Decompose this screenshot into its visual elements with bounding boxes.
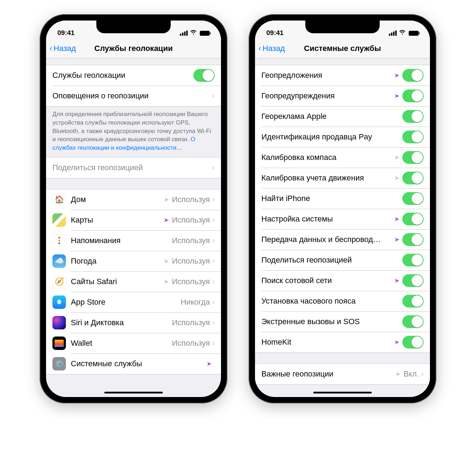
chevron-right-icon: › xyxy=(212,339,215,348)
phone-location-services: 09:41 ‹ Назад Службы геолокации Службы г… xyxy=(40,14,227,403)
home-indicator[interactable] xyxy=(104,392,163,393)
location-arrow-icon: ➤ xyxy=(206,360,212,368)
toggle-switch[interactable] xyxy=(402,131,424,143)
service-label: Поделиться геопозицией xyxy=(261,255,402,265)
phone-system-services: 09:41 ‹ Назад Системные службы Геопредло… xyxy=(249,14,436,403)
cell-system-service[interactable]: Геопредложения ➤ xyxy=(255,65,430,86)
battery-icon xyxy=(409,31,419,36)
cell-status: Используя xyxy=(172,257,210,266)
cell-significant-locations[interactable]: Важные геопозиции ➤ Вкл. › xyxy=(255,364,430,384)
cell-system-service[interactable]: Экстренные вызовы и SOS xyxy=(255,311,430,332)
service-label: Калибровка учета движения xyxy=(261,173,394,183)
cell-app-wallet[interactable]: Wallet Используя› xyxy=(46,333,221,353)
service-label: Геореклама Apple xyxy=(261,112,402,121)
cell-app-siri[interactable]: Siri и Диктовка Используя› xyxy=(46,312,221,333)
cell-system-service[interactable]: Передача данных и беспровод… ➤ xyxy=(255,229,430,250)
toggle-switch[interactable] xyxy=(402,110,424,123)
cell-system-service[interactable]: Калибровка компаса ➤ xyxy=(255,147,430,168)
service-label: Геопредложения xyxy=(261,71,394,80)
toggle-switch[interactable] xyxy=(402,172,424,184)
location-arrow-icon: ➤ xyxy=(394,236,400,243)
cell-system-service[interactable]: Калибровка учета движения ➤ xyxy=(255,168,430,188)
nav-bar: ‹ Назад Службы геолокации xyxy=(46,39,221,58)
cell-location-services-toggle[interactable]: Службы геолокации xyxy=(46,65,221,86)
status-time: 09:41 xyxy=(57,29,75,37)
footer-description: Для определения приблизительной геопозиц… xyxy=(46,107,221,157)
safari-icon: 🧭 xyxy=(52,275,66,288)
cell-system-service[interactable]: Настройка системы ➤ xyxy=(255,209,430,229)
cell-system-service[interactable]: Идентификация продавца Pay xyxy=(255,127,430,147)
app-name: Системные службы xyxy=(71,359,206,368)
chevron-right-icon: › xyxy=(421,369,424,379)
location-arrow-icon: ➤ xyxy=(394,92,400,100)
location-arrow-icon: ➤ xyxy=(394,215,400,223)
app-name: Дом xyxy=(71,195,164,204)
chevron-left-icon: ‹ xyxy=(50,44,52,53)
toggle-switch[interactable] xyxy=(402,192,424,205)
toggle-switch[interactable] xyxy=(402,213,424,225)
cell-status: Используя xyxy=(172,339,210,348)
back-button[interactable]: ‹ Назад xyxy=(255,44,285,53)
content-area[interactable]: Геопредложения ➤ Геопредупреждения ➤ Гео… xyxy=(255,58,430,397)
chevron-right-icon: › xyxy=(212,236,215,245)
cell-status: Используя xyxy=(172,318,210,327)
cell-location-alerts[interactable]: Оповещения о геопозиции › xyxy=(46,86,221,106)
cell-system-service[interactable]: Найти iPhone xyxy=(255,188,430,209)
toggle-switch[interactable] xyxy=(402,90,424,102)
cell-app-home[interactable]: 🏠 Дом ➤Используя› xyxy=(46,189,221,210)
cell-status: Используя xyxy=(172,195,210,204)
cell-share-location[interactable]: Поделиться геопозицией › xyxy=(46,157,221,178)
chevron-right-icon: › xyxy=(212,298,215,307)
service-label: HomeKit xyxy=(261,338,394,347)
cell-status: Никогда xyxy=(181,298,210,307)
chevron-right-icon: › xyxy=(212,257,215,266)
cell-app-safari[interactable]: 🧭 Сайты Safari ➤Используя› xyxy=(46,271,221,292)
cell-app-reminders[interactable]: Напоминания Используя› xyxy=(46,230,221,251)
home-indicator[interactable] xyxy=(313,392,372,393)
location-arrow-icon: ➤ xyxy=(395,370,401,378)
toggle-switch[interactable] xyxy=(402,254,424,266)
location-arrow-icon: ➤ xyxy=(394,71,400,79)
appstore-icon xyxy=(52,295,66,309)
cell-system-service[interactable]: Геопредупреждения ➤ xyxy=(255,86,430,106)
back-label: Назад xyxy=(53,44,76,53)
chevron-right-icon: › xyxy=(212,163,215,172)
toggle-switch[interactable] xyxy=(193,69,215,82)
cell-app-appstore[interactable]: App Store Никогда› xyxy=(46,292,221,312)
toggle-switch[interactable] xyxy=(402,336,424,349)
service-label: Геопредупреждения xyxy=(261,91,394,100)
gear-icon: ⚙️ xyxy=(52,357,66,370)
group-main: Службы геолокации Оповещения о геопозици… xyxy=(46,65,221,107)
screen-right: 09:41 ‹ Назад Системные службы Геопредло… xyxy=(255,21,430,397)
cell-system-service[interactable]: Установка часового пояса xyxy=(255,291,430,311)
location-arrow-icon: ➤ xyxy=(394,174,400,182)
wifi-icon xyxy=(190,29,197,37)
toggle-switch[interactable] xyxy=(402,315,424,328)
service-label: Калибровка компаса xyxy=(261,153,394,162)
cell-system-service[interactable]: Поиск сотовой сети ➤ xyxy=(255,270,430,291)
reminders-icon xyxy=(52,234,66,247)
location-arrow-icon: ➤ xyxy=(164,278,169,286)
content-area[interactable]: Службы геолокации Оповещения о геопозици… xyxy=(46,58,221,397)
toggle-switch[interactable] xyxy=(402,233,424,246)
toggle-switch[interactable] xyxy=(402,69,424,82)
cell-app-system[interactable]: ⚙️ Системные службы ➤ xyxy=(46,353,221,374)
notch xyxy=(305,21,380,33)
wallet-icon xyxy=(52,337,66,350)
location-arrow-icon: ➤ xyxy=(394,277,400,284)
toggle-switch[interactable] xyxy=(402,295,424,307)
cell-value: Вкл. xyxy=(403,369,419,379)
chevron-right-icon: › xyxy=(212,277,215,286)
cell-label: Службы геолокации xyxy=(52,71,193,80)
back-label: Назад xyxy=(262,44,285,53)
cell-app-weather[interactable]: ☁️ Погода ➤Используя› xyxy=(46,251,221,271)
toggle-switch[interactable] xyxy=(402,151,424,164)
cell-system-service[interactable]: HomeKit ➤ xyxy=(255,332,430,352)
cell-system-service[interactable]: Поделиться геопозицией xyxy=(255,250,430,270)
cell-app-maps[interactable]: Карты ➤Используя› xyxy=(46,210,221,230)
cell-system-service[interactable]: Геореклама Apple xyxy=(255,106,430,127)
toggle-switch[interactable] xyxy=(402,274,424,287)
cell-signal-icon xyxy=(389,30,397,36)
back-button[interactable]: ‹ Назад xyxy=(46,44,76,53)
status-indicators xyxy=(389,29,419,37)
